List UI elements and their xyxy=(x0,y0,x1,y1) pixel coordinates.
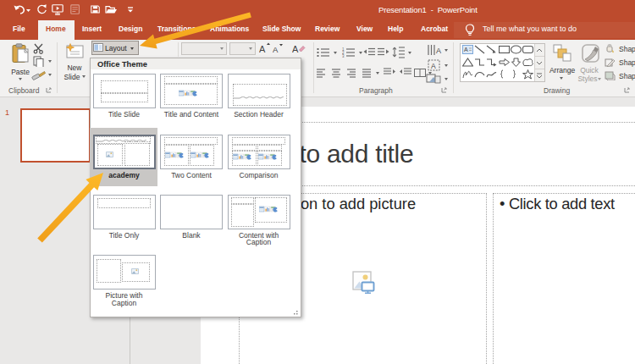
svg-text:A: A xyxy=(273,45,279,54)
svg-text:A: A xyxy=(436,47,441,55)
svg-text:A: A xyxy=(431,62,436,70)
svg-text:A: A xyxy=(464,47,468,52)
svg-text:A: A xyxy=(259,44,266,54)
svg-text:A: A xyxy=(292,44,299,54)
svg-text:3: 3 xyxy=(342,54,345,58)
